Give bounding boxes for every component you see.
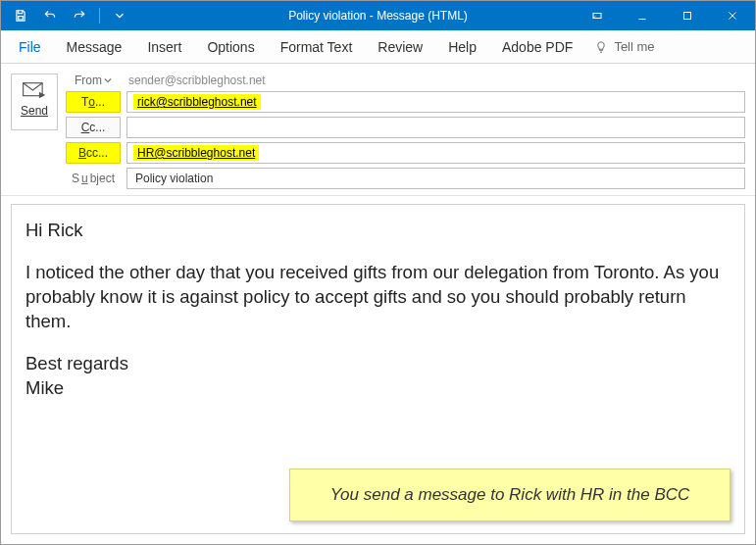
tab-file[interactable]: File <box>7 30 53 64</box>
chevron-down-icon <box>104 76 112 84</box>
ribbon-tabs: File Message Insert Options Format Text … <box>1 30 755 64</box>
send-icon <box>22 80 47 100</box>
annotation-callout: You send a message to Rick with HR in th… <box>289 469 731 521</box>
subject-input[interactable] <box>133 171 738 186</box>
cc-field[interactable] <box>126 117 745 138</box>
from-button[interactable]: From <box>66 74 121 87</box>
subject-label: Subject <box>66 172 121 185</box>
body-signoff: Best regards <box>25 352 731 376</box>
redo-button[interactable] <box>66 1 93 30</box>
subject-row: Subject <box>66 168 745 189</box>
tell-me-search[interactable]: Tell me <box>594 39 654 54</box>
bcc-row: Bcc... HR@scribbleghost.net <box>66 142 745 164</box>
save-icon <box>14 9 27 23</box>
subject-field[interactable] <box>126 168 745 189</box>
quick-access-toolbar <box>1 1 133 30</box>
cc-row: Cc... <box>66 117 745 138</box>
tell-me-label: Tell me <box>614 39 654 54</box>
chevron-down-icon <box>113 9 126 23</box>
tab-format-text[interactable]: Format Text <box>269 30 365 64</box>
maximize-button[interactable] <box>665 1 710 30</box>
bcc-recipient-chip[interactable]: HR@scribbleghost.net <box>133 145 259 161</box>
close-button[interactable] <box>710 1 755 30</box>
svg-rect-0 <box>19 17 24 20</box>
to-row: To... rick@scribbleghost.net <box>66 91 745 113</box>
cc-button[interactable]: Cc... <box>66 117 121 138</box>
body-greeting: Hi Rick <box>25 219 731 243</box>
tab-review[interactable]: Review <box>366 30 434 64</box>
separator <box>99 8 100 24</box>
header-fields: From sender@scribbleghost.net To... rick… <box>66 74 745 189</box>
callout-text: You send a message to Rick with HR in th… <box>330 485 690 504</box>
body-signature: Mike <box>25 376 731 401</box>
svg-rect-3 <box>684 13 691 20</box>
cc-input[interactable] <box>133 120 738 135</box>
redo-icon <box>73 9 86 23</box>
minimize-button[interactable] <box>620 1 665 30</box>
close-icon <box>727 10 738 22</box>
undo-button[interactable] <box>36 1 64 30</box>
qat-customize-button[interactable] <box>106 1 133 30</box>
to-button[interactable]: To... <box>66 91 121 113</box>
tab-help[interactable]: Help <box>436 30 488 64</box>
from-row: From sender@scribbleghost.net <box>66 74 745 87</box>
send-button[interactable]: Send <box>11 74 58 130</box>
save-button[interactable] <box>7 1 34 30</box>
tab-adobe-pdf[interactable]: Adobe PDF <box>490 30 584 64</box>
window-controls <box>575 1 755 30</box>
send-label: Send <box>21 104 48 118</box>
to-recipient-chip[interactable]: rick@scribbleghost.net <box>133 94 261 110</box>
ribbon-options-icon <box>591 10 603 22</box>
message-body[interactable]: Hi Rick I noticed the other day that you… <box>11 204 745 534</box>
outlook-compose-window: Policy violation - Message (HTML) File M… <box>0 0 756 545</box>
maximize-icon <box>681 10 693 22</box>
title-bar: Policy violation - Message (HTML) <box>1 1 755 30</box>
from-label: From <box>75 74 102 87</box>
undo-icon <box>43 9 57 23</box>
tab-insert[interactable]: Insert <box>135 30 193 64</box>
minimize-icon <box>636 10 648 22</box>
bcc-button[interactable]: Bcc... <box>66 142 121 164</box>
to-field[interactable]: rick@scribbleghost.net <box>126 91 745 113</box>
bcc-field[interactable]: HR@scribbleghost.net <box>126 142 745 164</box>
from-value: sender@scribbleghost.net <box>126 74 266 87</box>
compose-header: Send From sender@scribbleghost.net To...… <box>1 64 755 196</box>
tab-message[interactable]: Message <box>55 30 134 64</box>
ribbon-display-button[interactable] <box>575 1 620 30</box>
tab-options[interactable]: Options <box>195 30 266 64</box>
body-paragraph: I noticed the other day that you receive… <box>25 261 731 334</box>
lightbulb-icon <box>594 40 608 54</box>
